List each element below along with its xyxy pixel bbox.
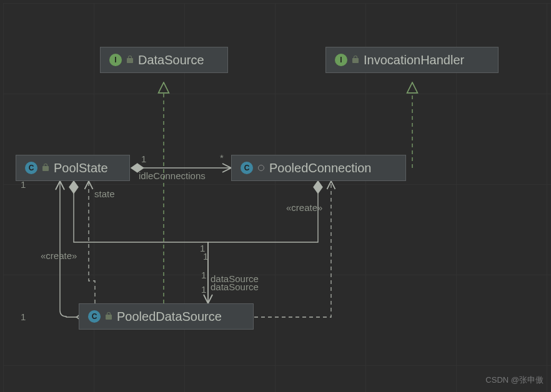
interface-icon: I [335, 54, 347, 66]
interface-icon: I [109, 54, 122, 66]
lock-icon [127, 56, 133, 64]
label-idleconnections: idleConnections [139, 170, 206, 181]
node-label: DataSource [138, 53, 204, 67]
lock-icon [106, 313, 112, 320]
label-state: state [94, 189, 115, 199]
node-label: PooledDataSource [117, 310, 222, 324]
label-create-right: «create» [286, 202, 322, 213]
node-datasource[interactable]: I DataSource [100, 47, 228, 73]
node-label: PoolState [54, 161, 108, 175]
label-create-left: «create» [41, 250, 77, 261]
multiplicity-1: 1 [141, 154, 146, 164]
multiplicity-1: 1 [21, 311, 26, 322]
multiplicity-1: 1 [203, 251, 208, 262]
node-pooledconnection[interactable]: C PooledConnection [231, 155, 406, 181]
lock-icon [42, 164, 49, 172]
node-pooleddatasource[interactable]: C PooledDataSource [79, 303, 254, 330]
pin-icon [258, 165, 264, 171]
multiplicity-1: 1 [21, 179, 26, 190]
node-label: PooledConnection [269, 161, 371, 175]
class-icon: C [88, 310, 101, 323]
multiplicity-1: 1 [201, 270, 206, 280]
label-datasource-2: dataSource [211, 282, 259, 292]
multiplicity-1: 1 [201, 284, 206, 295]
node-invocationhandler[interactable]: I InvocationHandler [325, 47, 499, 73]
watermark: CSDN @张申傲 [485, 375, 544, 386]
class-icon: C [25, 162, 37, 174]
multiplicity-star: * [220, 152, 224, 163]
class-icon: C [241, 162, 253, 174]
node-label: InvocationHandler [364, 53, 464, 67]
lock-icon [352, 56, 359, 64]
node-poolstate[interactable]: C PoolState [16, 155, 130, 181]
